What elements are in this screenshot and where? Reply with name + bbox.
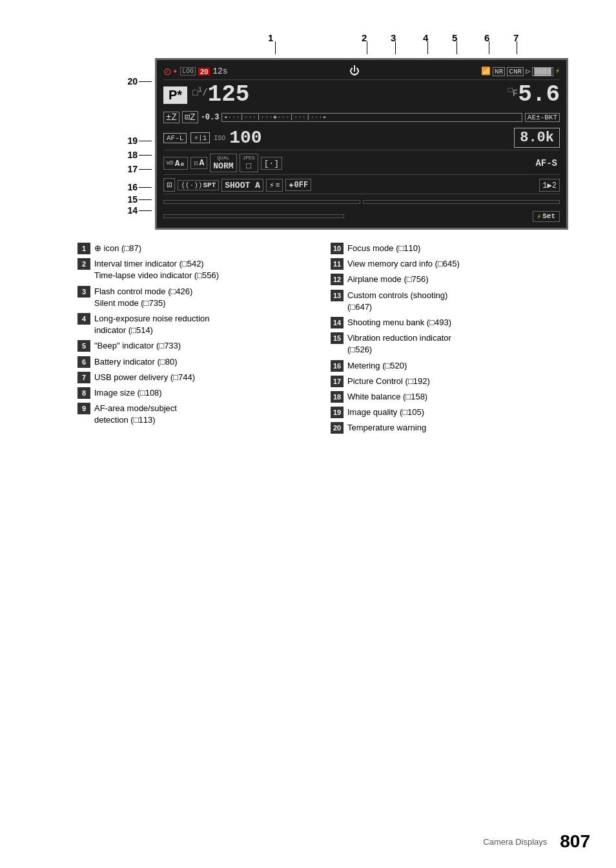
aperture-value: 5.6	[518, 83, 560, 106]
iso-label: ISO	[214, 135, 225, 142]
timer-12s: 12s	[212, 66, 227, 76]
aperture-prefix: □F	[508, 86, 518, 99]
legend-badge-5: 5	[77, 340, 90, 352]
battery-icon: ▓▓▓▓	[532, 67, 553, 76]
jpeg-box: JPEG □	[240, 154, 258, 172]
legend-text-9: AF-area mode/subjectdetection (□113)	[94, 403, 177, 426]
plus-off-box: ✚ 0FF	[285, 179, 311, 191]
flash-indicator: ⚡|1	[190, 132, 210, 143]
footer-page-number: 807	[560, 831, 590, 852]
left-callout-20: 20	[127, 76, 152, 86]
iso-value: 100	[229, 129, 262, 147]
left-callout-19: 19	[127, 136, 152, 146]
legend-badge-14: 14	[331, 317, 344, 328]
menu-box: ⚡ ≡	[266, 179, 283, 192]
legend-item-8: 8 Image size (□108)	[77, 387, 311, 399]
legend-text-12: Airplane mode (□756)	[347, 274, 429, 285]
screen-row-2-main: P* □1/ 125 □F 5.6	[163, 81, 560, 108]
right-status-icons: 📶 NR CNR ▷ ▓▓▓▓ ⚡	[481, 66, 560, 76]
legend-badge-4: 4	[77, 313, 90, 325]
left-callout-16: 16	[127, 182, 152, 192]
legend-badge-2: 2	[77, 258, 90, 270]
legend-item-19: 19 Image quality (□105)	[331, 407, 564, 418]
aperture-display: □F 5.6	[508, 83, 560, 106]
legend-item-7: 7 USB power delivery (□744)	[77, 372, 311, 383]
legend-text-10: Focus mode (□110)	[347, 243, 420, 254]
exp-comp-value: -0.3	[201, 113, 220, 122]
af-lock-box: AF-L	[163, 133, 187, 143]
legend-badge-15: 15	[331, 332, 344, 344]
exp-comp-icon-2: ⊡Z	[182, 111, 198, 123]
center-power-icon: ⏻	[349, 65, 360, 77]
shoot-box: SHOOT A	[221, 179, 263, 192]
pc-icon: ⊡	[194, 159, 198, 167]
diagram-area: 1 2 3 4 5 6 7 20	[77, 32, 564, 230]
ae-bkt-label: AE±-BKT	[525, 113, 560, 122]
temp-value: 20	[198, 68, 210, 76]
legend-item-10: 10 Focus mode (□110)	[331, 243, 564, 254]
legend-item-17: 17 Picture Control (□192)	[331, 376, 564, 387]
screen-row-7-bottom	[163, 196, 560, 208]
exp-comp-icon-1: ±Z	[163, 112, 180, 123]
legend-text-8: Image size (□108)	[94, 387, 162, 399]
legend-item-13: 13 Custom controls (shooting)(□647)	[331, 290, 564, 313]
legend-badge-16: 16	[331, 360, 344, 372]
legend-text-5: "Beep" indicator (□733)	[94, 340, 181, 352]
flash-small-icon: ⚡	[555, 66, 560, 76]
legend-item-16: 16 Metering (□520)	[331, 360, 564, 372]
temp-warning-icon: ⊙ ✦	[163, 66, 178, 77]
legend-text-16: Metering (□520)	[347, 360, 407, 372]
af-area-icon: [·]	[264, 159, 279, 168]
legend-section: 1 ⊕ icon (□87) 2 Interval timer indicato…	[77, 243, 564, 438]
legend-badge-13: 13	[331, 290, 344, 301]
legend-text-2: Interval timer indicator (□542)Time-laps…	[94, 258, 219, 281]
page-container: 1 2 3 4 5 6 7 20	[0, 0, 616, 868]
screen-row-8-set: ⚡ Set	[163, 210, 560, 223]
af-area-box: [·]	[261, 157, 282, 170]
legend-badge-11: 11	[331, 258, 344, 270]
legend-text-11: View memory card info (□645)	[347, 258, 460, 270]
left-status-icons: ⊙ ✦ LOG 20 12s	[163, 66, 228, 77]
legend-text-4: Long-exposure noise reductionindicator (…	[94, 313, 210, 336]
set-box: ⚡ Set	[533, 211, 560, 222]
bottom-bar-2	[363, 200, 560, 204]
qual-label: QUAL	[213, 155, 233, 161]
legend-badge-3: 3	[77, 286, 90, 298]
screen-row-3-expcomp: ±Z ⊡Z -0.3 ◂···|···|···◈···|···|···▸ AE±…	[163, 110, 560, 125]
screen-row-6-lower: ⊡ ((·)) SPT SHOOT A ⚡ ≡	[163, 176, 560, 194]
legend-badge-20: 20	[331, 422, 344, 434]
legend-badge-12: 12	[331, 274, 344, 285]
menu-icon-sym: ≡	[276, 181, 280, 189]
legend-item-6: 6 Battery indicator (□80)	[77, 356, 311, 368]
legend-item-12: 12 Airplane mode (□756)	[331, 274, 564, 285]
legend-badge-18: 18	[331, 391, 344, 403]
metering-box: ⊡	[163, 178, 175, 192]
qual-value: NORM	[213, 161, 233, 171]
legend-text-15: Vibration reduction indicator(□526)	[347, 332, 451, 356]
footer-section-name: Camera Displays	[483, 837, 547, 847]
left-callout-18: 18	[127, 150, 152, 160]
nr-icon: NR	[493, 67, 505, 76]
wb-box: WB A₀	[163, 157, 188, 170]
legend-item-20: 20 Temperature warning	[331, 422, 564, 434]
main-exposure-row: P* □1/ 125 □F 5.6	[163, 83, 560, 106]
legend-text-7: USB power delivery (□744)	[94, 372, 195, 383]
jpeg-label: JPEG	[243, 155, 255, 161]
callout-top-1: 1	[268, 32, 273, 43]
sound-icon: ((·))	[181, 181, 202, 189]
legend-text-19: Image quality (□105)	[347, 407, 424, 418]
legend-badge-1: 1	[77, 243, 90, 254]
buffer-value: 8.0k	[520, 130, 554, 146]
shutter-superscript: □1/	[192, 86, 207, 98]
exp-bar-ticks: ◂···|···|···◈···|···|···▸	[223, 114, 327, 121]
picture-control-box: ⊡ A	[190, 157, 207, 169]
legend-text-6: Battery indicator (□80)	[94, 356, 178, 368]
quality-box: QUAL NORM	[210, 154, 236, 172]
shutter-display: □1/ 125	[192, 83, 249, 106]
legend-item-3: 3 Flash control mode (□426)Silent mode (…	[77, 286, 311, 309]
legend-text-20: Temperature warning	[347, 422, 426, 434]
legend-right-col: 10 Focus mode (□110) 11 View memory card…	[331, 243, 564, 438]
cnr-icon: CNR	[507, 67, 524, 76]
wb-label: WB	[167, 160, 174, 167]
legend-left-col: 1 ⊕ icon (□87) 2 Interval timer indicato…	[77, 243, 311, 438]
